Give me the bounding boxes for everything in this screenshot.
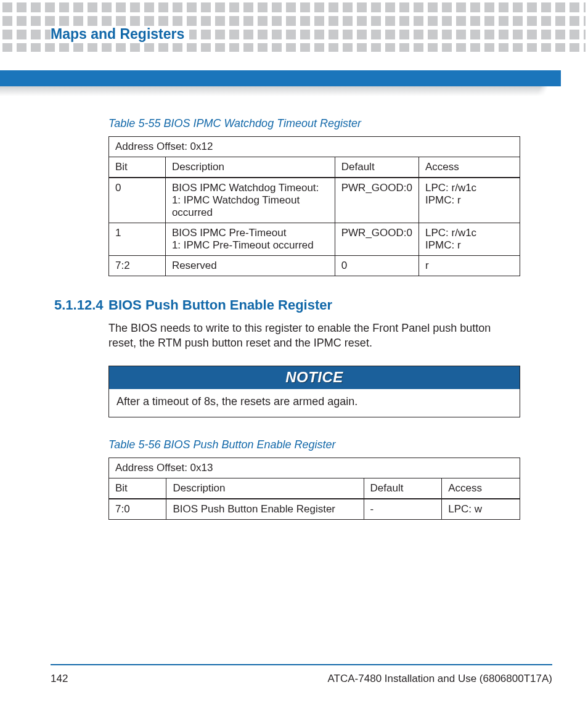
table-55-caption: Table 5-55 BIOS IPMC Watchdog Timeout Re… — [108, 117, 520, 130]
chapter-title: Maps and Registers — [51, 26, 189, 43]
table-55-hdr-bit: Bit — [109, 157, 166, 178]
table-55-hdr-default: Default — [335, 157, 419, 178]
table-56-hdr-description: Description — [166, 478, 364, 499]
section-number: 5.1.12.4 — [54, 297, 108, 313]
header-grey-gradient — [0, 86, 561, 96]
header-blue-bar — [0, 70, 561, 86]
table-row: 7:0 BIOS Push Button Enable Register - L… — [109, 499, 520, 520]
notice-box: NOTICE After a timeout of 8s, the resets… — [108, 366, 520, 417]
footer-rule — [51, 664, 552, 665]
notice-label: NOTICE — [109, 366, 520, 389]
table-55-hdr-access: Access — [419, 157, 520, 178]
table-56-hdr-access: Access — [442, 478, 520, 499]
table-56-hdr-default: Default — [364, 478, 442, 499]
table-row: 0 BIOS IPMC Watchdog Timeout: 1: IPMC Wa… — [109, 178, 520, 223]
section-body: The BIOS needs to write to this register… — [108, 321, 520, 351]
table-56-address: Address Offset: 0x13 — [109, 458, 520, 478]
table-55-hdr-description: Description — [165, 157, 335, 178]
table-row: 1 BIOS IPMC Pre-Timeout 1: IPMC Pre-Time… — [109, 223, 520, 256]
table-55-address: Address Offset: 0x12 — [109, 137, 520, 157]
table-55: Address Offset: 0x12 Bit Description Def… — [108, 136, 520, 276]
table-row: 7:2 Reserved 0 r — [109, 256, 520, 276]
table-56-caption: Table 5-56 BIOS Push Button Enable Regis… — [108, 438, 520, 451]
section-title: BIOS Push Button Enable Register — [108, 297, 332, 313]
page-number: 142 — [51, 673, 68, 685]
table-56-hdr-bit: Bit — [109, 478, 166, 499]
document-id: ATCA-7480 Installation and Use (6806800T… — [328, 673, 552, 685]
notice-body: After a timeout of 8s, the resets are ar… — [109, 389, 520, 417]
table-56: Address Offset: 0x13 Bit Description Def… — [108, 458, 520, 520]
